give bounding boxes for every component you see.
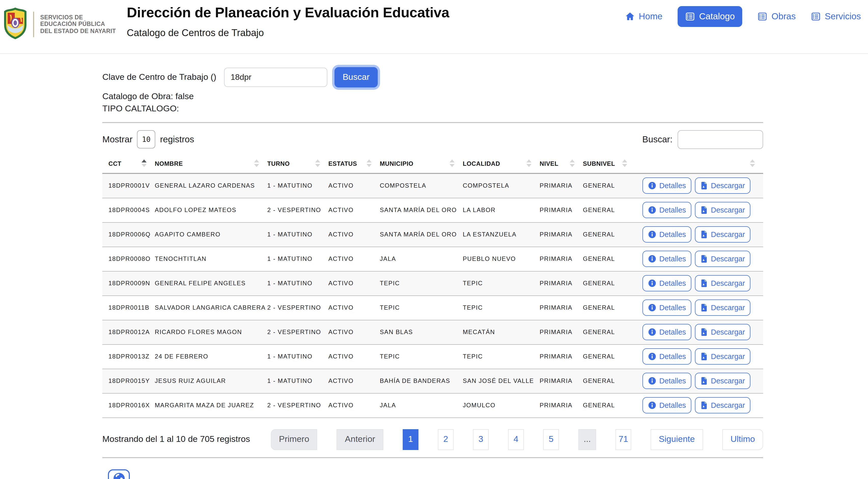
cell-turno: 2 - VESPERTINO <box>267 320 328 344</box>
detalles-button[interactable]: Detalles <box>643 275 691 292</box>
pdf-icon <box>701 279 708 287</box>
map-view-button[interactable] <box>108 469 130 479</box>
cct-search-form: Clave de Centro de Trabajo () Buscar <box>102 67 763 88</box>
app-header: SERVICIOS DE EDUCACIÓN PÚBLICA DEL ESTAD… <box>0 0 868 54</box>
pagination-button-primero: Primero <box>271 429 317 450</box>
descargar-button[interactable]: Descargar <box>695 226 751 243</box>
column-header-cct[interactable]: CCT <box>102 153 155 173</box>
cell-subnivel: GENERAL <box>583 296 636 320</box>
column-header-label: MUNICIPIO <box>380 160 413 167</box>
pagination-button-siguiente[interactable]: Siguiente <box>651 429 703 450</box>
nav-item-servicios[interactable]: Servicios <box>811 11 861 22</box>
column-header-localidad[interactable]: LOCALIDAD <box>463 153 540 173</box>
pagination-button-3[interactable]: 3 <box>473 429 489 450</box>
cell-municipio: SANTA MARÍA DEL ORO <box>380 198 463 222</box>
pagination-button-71[interactable]: 71 <box>616 429 631 450</box>
section-divider <box>102 122 763 123</box>
pdf-icon <box>701 401 708 409</box>
column-header-municipio[interactable]: MUNICIPIO <box>380 153 463 173</box>
pdf-icon <box>701 352 708 361</box>
detalles-button[interactable]: Detalles <box>643 397 691 413</box>
cell-subnivel: GENERAL <box>583 320 636 344</box>
cell-municipio: SAN BLAS <box>380 320 463 344</box>
bottom-divider <box>102 457 763 458</box>
descargar-button[interactable]: Descargar <box>695 275 751 292</box>
cell-actions: DetallesDescargar <box>636 247 763 271</box>
cell-localidad: TEPIC <box>463 271 540 296</box>
descargar-button[interactable]: Descargar <box>695 178 751 194</box>
info-icon <box>648 230 656 238</box>
column-header-turno[interactable]: TURNO <box>267 153 328 173</box>
cell-localidad: PUEBLO NUEVO <box>463 247 540 271</box>
cell-subnivel: GENERAL <box>583 198 636 222</box>
page-size-select[interactable]: 10 <box>137 130 156 148</box>
pdf-icon <box>701 255 708 263</box>
cct-search-label: Clave de Centro de Trabajo () <box>102 72 216 82</box>
column-header-label: ESTATUS <box>328 160 357 167</box>
info-icon <box>648 304 656 312</box>
detalles-button[interactable]: Detalles <box>643 348 691 365</box>
detalles-button[interactable]: Detalles <box>643 202 691 218</box>
cell-turno: 2 - VESPERTINO <box>267 296 328 320</box>
table-search-input[interactable] <box>678 130 763 149</box>
detalles-button[interactable]: Detalles <box>643 226 691 243</box>
cell-subnivel: GENERAL <box>583 247 636 271</box>
nav-item-label: Home <box>639 11 662 22</box>
pagination: PrimeroAnterior12345...71SiguienteUltimo <box>271 429 763 450</box>
home-icon <box>625 11 634 21</box>
nayarit-coat-of-arms-icon <box>4 8 27 41</box>
pdf-icon <box>701 328 708 336</box>
cell-nombre: RICARDO FLORES MAGON <box>155 320 267 344</box>
descargar-button[interactable]: Descargar <box>695 324 751 340</box>
cell-actions: DetallesDescargar <box>636 369 763 393</box>
nav-item-home[interactable]: Home <box>625 11 662 22</box>
cell-nivel: PRIMARIA <box>540 296 583 320</box>
cct-search-input[interactable] <box>224 68 327 87</box>
pagination-button-4[interactable]: 4 <box>508 429 524 450</box>
descargar-button[interactable]: Descargar <box>695 251 751 267</box>
cell-cct: 18DPR0015Y <box>102 369 155 393</box>
pagination-button-1[interactable]: 1 <box>403 429 418 450</box>
list-icon <box>685 11 695 21</box>
cell-estatus: ACTIVO <box>328 198 380 222</box>
nav-item-label: Servicios <box>825 11 861 22</box>
pagination-button-ultimo[interactable]: Ultimo <box>722 429 763 450</box>
sort-icon <box>367 160 372 167</box>
column-header-actions[interactable] <box>636 153 763 173</box>
column-header-subnivel[interactable]: SUBNIVEL <box>583 153 636 173</box>
work-centers-table: CCTNOMBRETURNOESTATUSMUNICIPIOLOCALIDADN… <box>102 153 763 418</box>
descargar-button[interactable]: Descargar <box>695 202 751 218</box>
search-meta: Catalogo de Obra: false TIPO CALTALOGO: <box>102 91 763 115</box>
cell-cct: 18DPR0004S <box>102 198 155 222</box>
cell-nivel: PRIMARIA <box>540 320 583 344</box>
detalles-button[interactable]: Detalles <box>643 324 691 340</box>
cell-subnivel: GENERAL <box>583 344 636 369</box>
descargar-button[interactable]: Descargar <box>695 348 751 365</box>
cell-localidad: JOMULCO <box>463 393 540 417</box>
column-header-nombre[interactable]: NOMBRE <box>155 153 267 173</box>
detalles-button[interactable]: Detalles <box>643 178 691 194</box>
column-header-nivel[interactable]: NIVEL <box>540 153 583 173</box>
column-header-estatus[interactable]: ESTATUS <box>328 153 380 173</box>
cell-turno: 1 - MATUTINO <box>267 369 328 393</box>
pagination-button-2[interactable]: 2 <box>438 429 454 450</box>
info-icon <box>648 182 656 190</box>
detalles-button[interactable]: Detalles <box>643 251 691 267</box>
descargar-button[interactable]: Descargar <box>695 397 751 413</box>
nav-item-obras[interactable]: Obras <box>758 11 796 22</box>
detalles-button[interactable]: Detalles <box>643 300 691 316</box>
table-row: 18DPR0011BSALVADOR LANGARICA CABRERA2 - … <box>102 296 763 320</box>
pagination-button-5[interactable]: 5 <box>543 429 559 450</box>
descargar-button[interactable]: Descargar <box>695 300 751 316</box>
cell-cct: 18DPR0008O <box>102 247 155 271</box>
descargar-button[interactable]: Descargar <box>695 373 751 389</box>
buscar-button[interactable]: Buscar <box>335 67 378 88</box>
cell-localidad: TEPIC <box>463 296 540 320</box>
nav-item-catalogo[interactable]: Catalogo <box>678 6 743 27</box>
sort-icon <box>526 160 531 167</box>
detalles-button[interactable]: Detalles <box>643 373 691 389</box>
sort-icon <box>142 160 147 167</box>
cell-turno: 1 - MATUTINO <box>267 271 328 296</box>
table-filter-label: Buscar: <box>642 134 673 145</box>
table-row: 18DPR0012ARICARDO FLORES MAGON2 - VESPER… <box>102 320 763 344</box>
